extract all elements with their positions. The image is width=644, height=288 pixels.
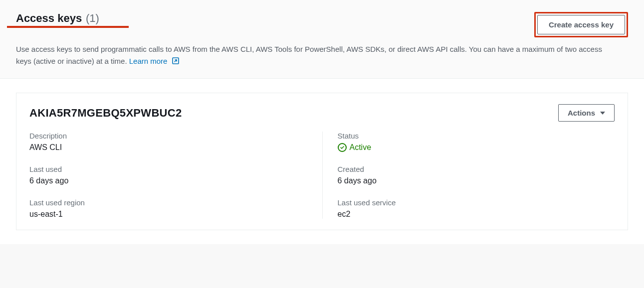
description-label: Description (29, 132, 307, 140)
access-key-card: AKIA5R7MGEBQ5XPWBUC2 Actions Description… (16, 93, 628, 230)
learn-more-link[interactable]: Learn more (129, 57, 180, 65)
external-link-icon (172, 56, 180, 68)
status-label: Status (338, 132, 600, 140)
details-col-left: Description AWS CLI Last used 6 days ago… (29, 132, 322, 219)
description-value: AWS CLI (29, 143, 307, 152)
last-used-service-value: ec2 (338, 210, 600, 219)
created-label: Created (338, 165, 600, 173)
access-key-id: AKIA5R7MGEBQ5XPWBUC2 (29, 107, 182, 120)
status-value: Active (350, 143, 372, 152)
create-access-key-button[interactable]: Create access key (537, 15, 625, 34)
field-created: Created 6 days ago (338, 165, 600, 185)
panel-title: Access keys (16, 12, 82, 24)
check-circle-icon (338, 143, 347, 152)
panel-description: Use access keys to send programmatic cal… (16, 43, 615, 68)
details-grid: Description AWS CLI Last used 6 days ago… (29, 132, 615, 219)
field-last-used: Last used 6 days ago (29, 165, 307, 185)
learn-more-label: Learn more (129, 57, 168, 65)
details-col-right: Status Active Created 6 days ag (322, 132, 615, 219)
last-used-value: 6 days ago (29, 176, 307, 185)
last-used-service-label: Last used service (338, 198, 600, 207)
access-keys-panel: Access keys (1) Create access key Use ac… (0, 0, 644, 244)
field-last-used-service: Last used service ec2 (338, 198, 600, 219)
last-used-region-value: us-east-1 (29, 210, 307, 219)
last-used-label: Last used (29, 165, 307, 173)
status-row: Active (338, 143, 600, 152)
card-area: AKIA5R7MGEBQ5XPWBUC2 Actions Description… (0, 79, 644, 244)
highlight-box: Create access key (534, 12, 628, 37)
actions-label: Actions (568, 109, 595, 117)
keys-count: (1) (86, 12, 99, 24)
description-text: Use access keys to send programmatic cal… (16, 45, 602, 65)
panel-header: Access keys (1) Create access key Use ac… (0, 0, 644, 79)
highlight-underline (7, 26, 129, 28)
field-last-used-region: Last used region us-east-1 (29, 198, 307, 219)
field-status: Status Active (338, 132, 600, 152)
created-value: 6 days ago (338, 176, 600, 185)
last-used-region-label: Last used region (29, 198, 307, 207)
caret-down-icon (600, 112, 605, 115)
title-wrap: Access keys (1) (16, 12, 99, 25)
header-row: Access keys (1) Create access key (16, 12, 628, 37)
actions-button[interactable]: Actions (558, 104, 615, 122)
field-description: Description AWS CLI (29, 132, 307, 152)
card-header: AKIA5R7MGEBQ5XPWBUC2 Actions (29, 104, 615, 122)
